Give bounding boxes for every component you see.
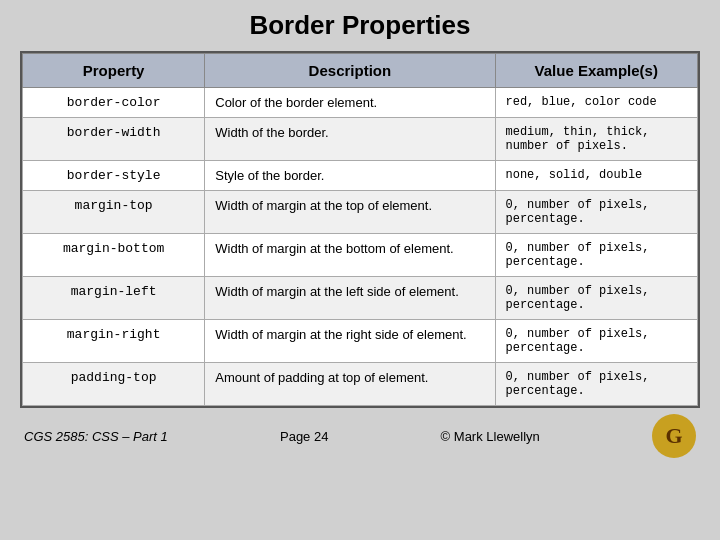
cell-value: red, blue, color code: [495, 88, 698, 118]
cell-description: Width of margin at the top of element.: [205, 191, 495, 234]
footer-logo: G: [652, 414, 696, 458]
table-row: border-widthWidth of the border.medium, …: [23, 118, 698, 161]
cell-description: Width of margin at the left side of elem…: [205, 277, 495, 320]
cell-property: margin-right: [23, 320, 205, 363]
footer-course: CGS 2585: CSS – Part 1: [24, 429, 168, 444]
table-container: Property Description Value Example(s) bo…: [20, 51, 700, 408]
cell-value: 0, number of pixels, percentage.: [495, 191, 698, 234]
cell-description: Width of margin at the bottom of element…: [205, 234, 495, 277]
col-header-value: Value Example(s): [495, 54, 698, 88]
cell-value: 0, number of pixels, percentage.: [495, 320, 698, 363]
cell-description: Width of margin at the right side of ele…: [205, 320, 495, 363]
table-row: margin-topWidth of margin at the top of …: [23, 191, 698, 234]
cell-value: 0, number of pixels, percentage.: [495, 234, 698, 277]
cell-value: 0, number of pixels, percentage.: [495, 363, 698, 406]
cell-value: medium, thin, thick, number of pixels.: [495, 118, 698, 161]
table-row: margin-rightWidth of margin at the right…: [23, 320, 698, 363]
table-row: margin-leftWidth of margin at the left s…: [23, 277, 698, 320]
col-header-description: Description: [205, 54, 495, 88]
cell-value: 0, number of pixels, percentage.: [495, 277, 698, 320]
page-title: Border Properties: [249, 10, 470, 41]
cell-value: none, solid, double: [495, 161, 698, 191]
table-body: border-colorColor of the border element.…: [23, 88, 698, 406]
cell-property: margin-left: [23, 277, 205, 320]
cell-description: Width of the border.: [205, 118, 495, 161]
footer: CGS 2585: CSS – Part 1 Page 24 © Mark Ll…: [20, 414, 700, 458]
cell-property: border-style: [23, 161, 205, 191]
table-header-row: Property Description Value Example(s): [23, 54, 698, 88]
footer-copyright: © Mark Llewellyn: [441, 429, 540, 444]
cell-description: Style of the border.: [205, 161, 495, 191]
cell-description: Amount of padding at top of element.: [205, 363, 495, 406]
footer-page: Page 24: [280, 429, 328, 444]
cell-property: border-width: [23, 118, 205, 161]
cell-property: border-color: [23, 88, 205, 118]
cell-property: margin-bottom: [23, 234, 205, 277]
col-header-property: Property: [23, 54, 205, 88]
cell-property: margin-top: [23, 191, 205, 234]
table-row: border-colorColor of the border element.…: [23, 88, 698, 118]
cell-property: padding-top: [23, 363, 205, 406]
table-row: border-styleStyle of the border.none, so…: [23, 161, 698, 191]
table-row: padding-topAmount of padding at top of e…: [23, 363, 698, 406]
cell-description: Color of the border element.: [205, 88, 495, 118]
table-row: margin-bottomWidth of margin at the bott…: [23, 234, 698, 277]
border-properties-table: Property Description Value Example(s) bo…: [22, 53, 698, 406]
